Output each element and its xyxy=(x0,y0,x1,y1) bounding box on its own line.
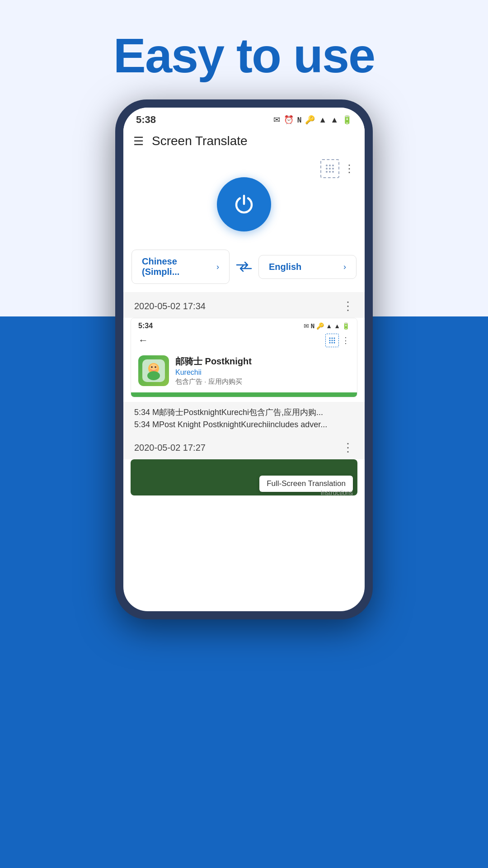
svg-point-15 xyxy=(329,342,331,344)
svg-point-14 xyxy=(334,340,335,341)
phone-device: 5:38 ✉ ⏰ N 🔑 ▲ ▲ 🔋 ☰ Screen Translate xyxy=(115,99,373,619)
more-options-button[interactable]: ⋮ xyxy=(344,162,355,175)
language-bar: Chinese (Simpli... › English › xyxy=(123,245,365,292)
svg-point-10 xyxy=(332,338,333,339)
mini-battery-icon: 🔋 xyxy=(342,322,350,330)
alarm-icon: ⏰ xyxy=(284,115,294,125)
app-developer: Kurechii xyxy=(175,368,350,377)
mini-nfc-icon: N xyxy=(311,322,314,330)
status-icons: ✉ ⏰ N 🔑 ▲ ▲ 🔋 xyxy=(273,115,352,125)
svg-point-3 xyxy=(326,168,328,170)
mini-key-icon: 🔑 xyxy=(316,322,324,330)
screenshot-thumb-1[interactable]: 5:34 ✉ N 🔑 ▲ ▲ 🔋 ← xyxy=(131,318,357,397)
app-details: 邮骑士 Postknight Kurechii 包含广告 · 应用内购买 xyxy=(175,355,350,386)
screenshot-grid-button[interactable] xyxy=(320,159,339,178)
svg-point-9 xyxy=(329,338,331,339)
source-language-button[interactable]: Chinese (Simpli... › xyxy=(131,250,230,284)
target-language-button[interactable]: English › xyxy=(258,255,357,279)
svg-point-1 xyxy=(329,165,331,166)
svg-point-17 xyxy=(334,342,335,344)
ocr-line-translated: 5:34 MPost Knight PostknightKurechiinclu… xyxy=(134,419,354,431)
mini-status-icons: ✉ N 🔑 ▲ ▲ 🔋 xyxy=(304,322,350,330)
svg-point-20 xyxy=(147,371,160,380)
svg-point-7 xyxy=(329,171,331,173)
history-date-1: 2020-05-02 17:34 xyxy=(134,301,206,311)
install-progress-bar xyxy=(131,392,357,397)
swap-icon xyxy=(236,261,252,272)
tooltip-text: Full-Screen Translation xyxy=(267,479,346,488)
mini-back-button[interactable]: ← xyxy=(138,335,148,346)
postknight-icon xyxy=(142,359,165,382)
svg-point-13 xyxy=(332,340,333,341)
mini-status-bar: 5:34 ✉ N 🔑 ▲ ▲ 🔋 xyxy=(131,318,357,332)
mini-toolbar-icons: ⋮ xyxy=(325,334,350,347)
history-menu-1[interactable]: ⋮ xyxy=(342,299,354,313)
target-language-label: English xyxy=(269,262,301,272)
svg-point-5 xyxy=(332,168,334,170)
status-time: 5:38 xyxy=(136,114,156,126)
status-bar: 5:38 ✉ ⏰ N 🔑 ▲ ▲ 🔋 xyxy=(123,108,365,129)
app-top-bar: ☰ Screen Translate xyxy=(123,129,365,155)
app-title: Screen Translate xyxy=(152,134,248,148)
mini-grid-icon xyxy=(325,334,339,347)
mini-grid-dots xyxy=(329,337,335,344)
power-section: ⋮ xyxy=(123,155,365,245)
svg-point-22 xyxy=(151,366,153,368)
svg-point-16 xyxy=(332,342,333,344)
history-header-2: 2020-05-02 17:27 ⋮ xyxy=(123,434,365,459)
app-name: 邮骑士 Postknight xyxy=(175,355,350,368)
source-language-label: Chinese (Simpli... xyxy=(142,256,214,277)
grid-icon xyxy=(325,164,334,173)
screenshot-thumb-2[interactable]: Full-Screen Translation Instructions xyxy=(131,459,357,495)
ocr-text-1: 5:34 M邮骑士PostknightKurechi包含广告,应用内购... 5… xyxy=(123,402,365,433)
app-meta: 包含广告 · 应用内购买 xyxy=(175,377,350,386)
svg-point-2 xyxy=(332,165,334,166)
phone-screen: 5:38 ✉ ⏰ N 🔑 ▲ ▲ 🔋 ☰ Screen Translate xyxy=(123,108,365,611)
power-icon xyxy=(232,192,256,217)
battery-icon: 🔋 xyxy=(342,115,352,125)
mini-wifi-icon: ▲ xyxy=(326,322,332,330)
mini-signal-icon: ▲ xyxy=(334,322,340,330)
mini-status-time: 5:34 xyxy=(138,322,153,330)
mini-mail-icon: ✉ xyxy=(304,322,309,330)
history-item-2: 2020-05-02 17:27 ⋮ Full-Screen Translati… xyxy=(123,434,365,495)
key-icon: 🔑 xyxy=(305,115,315,125)
signal-icon: ▲ xyxy=(330,115,338,125)
swap-language-button[interactable] xyxy=(232,255,256,278)
svg-point-12 xyxy=(329,340,331,341)
target-language-chevron: › xyxy=(343,262,346,272)
nfc-icon: N xyxy=(297,116,302,124)
history-section: 2020-05-02 17:34 ⋮ 5:34 ✉ N 🔑 ▲ ▲ 🔋 xyxy=(123,292,365,495)
toolbar-icons: ⋮ xyxy=(320,159,355,178)
history-menu-2[interactable]: ⋮ xyxy=(342,441,354,455)
mini-top-bar: ← xyxy=(131,332,357,351)
svg-point-8 xyxy=(332,171,334,173)
history-header-1: 2020-05-02 17:34 ⋮ xyxy=(123,292,365,318)
source-language-chevron: › xyxy=(216,262,219,272)
svg-point-4 xyxy=(329,168,331,170)
power-button[interactable] xyxy=(217,177,271,231)
app-listing: 邮骑士 Postknight Kurechii 包含广告 · 应用内购买 xyxy=(131,351,357,392)
history-date-2: 2020-05-02 17:27 xyxy=(134,443,206,453)
svg-point-6 xyxy=(326,171,328,173)
app-icon xyxy=(138,355,169,386)
history-item-1: 2020-05-02 17:34 ⋮ 5:34 ✉ N 🔑 ▲ ▲ 🔋 xyxy=(123,292,365,433)
svg-point-11 xyxy=(334,338,335,339)
instructions-label: Instructions xyxy=(320,489,353,495)
mail-icon: ✉ xyxy=(273,115,280,125)
svg-point-23 xyxy=(155,366,156,368)
menu-icon[interactable]: ☰ xyxy=(133,134,144,148)
wifi-icon: ▲ xyxy=(319,115,327,125)
mini-more-icon: ⋮ xyxy=(342,335,350,345)
svg-point-0 xyxy=(326,165,328,166)
hero-title: Easy to use xyxy=(0,27,488,84)
ocr-line-original: 5:34 M邮骑士PostknightKurechi包含广告,应用内购... xyxy=(134,406,354,419)
